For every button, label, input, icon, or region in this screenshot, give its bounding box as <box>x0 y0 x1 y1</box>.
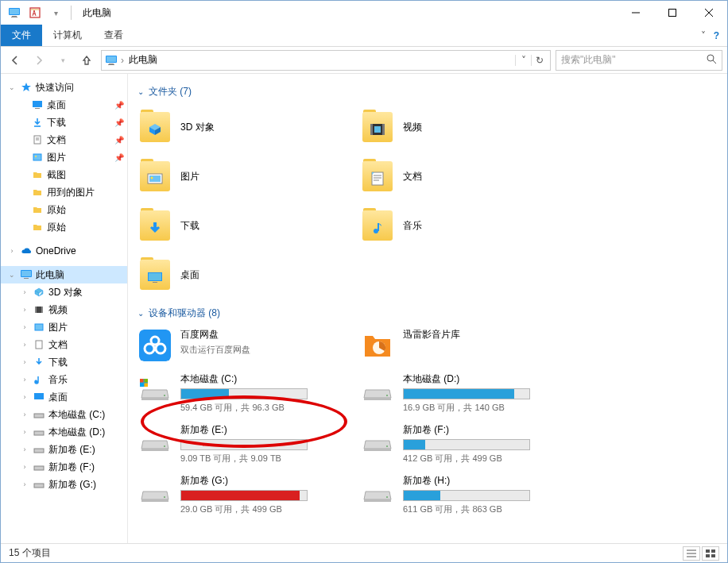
close-button[interactable] <box>691 1 727 25</box>
back-button[interactable] <box>6 51 25 70</box>
svg-point-50 <box>374 229 378 233</box>
view-icons-button[interactable] <box>702 546 719 561</box>
tree-drive-e[interactable]: ›新加卷 (E:) <box>1 441 127 458</box>
address-bar[interactable]: › 此电脑 ˅↻ <box>101 50 551 71</box>
drive-item[interactable]: 新加卷 (H:)611 GB 可用，共 863 GB <box>360 474 567 515</box>
tree-pictures[interactable]: 图片📌 <box>1 148 127 166</box>
drive-free-text: 611 GB 可用，共 863 GB <box>403 503 530 515</box>
desktop-icon <box>33 391 45 403</box>
folder-item[interactable]: 下载 <box>137 205 344 246</box>
cloud-icon <box>20 245 33 257</box>
svg-rect-30 <box>36 341 42 349</box>
svg-rect-25 <box>24 278 29 279</box>
tree-drive-g[interactable]: ›新加卷 (G:) <box>1 476 127 493</box>
music-icon <box>33 373 45 386</box>
up-button[interactable] <box>77 51 96 70</box>
app-icon <box>6 4 23 21</box>
ribbon-expand-icon[interactable]: ˅ <box>701 30 706 41</box>
app-item[interactable]: 百度网盘双击运行百度网盘 <box>137 328 344 363</box>
tree-video[interactable]: ›视频 <box>1 301 127 318</box>
group-drives[interactable]: ⌄ 设备和驱动器 (8) <box>137 307 718 320</box>
tree-raw1[interactable]: 原始 <box>1 201 127 218</box>
expand-icon[interactable]: › <box>7 247 17 255</box>
qat-dropdown-icon[interactable]: ▾ <box>47 4 64 21</box>
separator <box>71 6 72 20</box>
svg-rect-11 <box>109 64 114 64</box>
svg-rect-37 <box>34 484 44 488</box>
tree-drive-c[interactable]: ›本地磁盘 (C:) <box>1 406 127 423</box>
drive-item[interactable]: 新加卷 (E:)9.09 TB 可用，共 9.09 TB <box>137 423 344 465</box>
tree-3d[interactable]: ›3D 对象 <box>1 283 127 301</box>
tree-quick-access[interactable]: ⌄ 快速访问 <box>1 79 127 96</box>
svg-rect-21 <box>33 154 41 160</box>
capacity-bar <box>180 490 308 501</box>
folder-icon <box>137 257 172 292</box>
tree-dls[interactable]: ›下载 <box>1 353 127 371</box>
maximize-button[interactable] <box>654 1 691 25</box>
capacity-bar <box>180 439 308 450</box>
breadcrumb[interactable]: 此电脑 <box>127 52 159 68</box>
window-title: 此电脑 <box>83 6 111 20</box>
group-folders[interactable]: ⌄ 文件夹 (7) <box>137 85 718 98</box>
tree-documents[interactable]: 文档📌 <box>1 131 127 148</box>
folder-item[interactable]: 3D 对象 <box>137 106 344 148</box>
tree-docs[interactable]: ›文档 <box>1 336 127 353</box>
drive-icon <box>137 372 172 407</box>
tree-desk[interactable]: ›桌面 <box>1 388 127 406</box>
folder-item[interactable]: 视频 <box>360 106 567 148</box>
tree-label: 桌面 <box>47 98 111 112</box>
drive-item[interactable]: 本地磁盘 (D:)16.9 GB 可用，共 140 GB <box>360 372 567 414</box>
folder-item[interactable]: 文档 <box>360 156 567 197</box>
drive-item[interactable]: 本地磁盘 (C:)59.4 GB 可用，共 96.3 GB <box>137 372 344 414</box>
collapse-icon[interactable]: ⌄ <box>137 87 144 96</box>
view-details-button[interactable] <box>683 546 700 561</box>
collapse-icon[interactable]: ⌄ <box>137 309 144 318</box>
collapse-icon[interactable]: ⌄ <box>7 83 17 91</box>
help-icon[interactable]: ? <box>714 30 719 41</box>
tree-onedrive[interactable]: ›OneDrive <box>1 242 127 260</box>
tree-label: 音乐 <box>48 373 124 387</box>
search-input[interactable]: 搜索"此电脑" <box>556 50 722 71</box>
tree-drive-f[interactable]: ›新加卷 (F:) <box>1 458 127 476</box>
breadcrumb-sep[interactable]: › <box>121 55 124 66</box>
folder-item[interactable]: 桌面 <box>137 254 344 295</box>
refresh-button[interactable]: ↻ <box>531 55 547 66</box>
drive-free-text: 29.0 GB 可用，共 499 GB <box>180 503 308 515</box>
search-icon[interactable] <box>706 53 717 67</box>
folder-icon <box>31 203 44 216</box>
qat-properties-icon[interactable] <box>26 4 44 21</box>
pin-icon: 📌 <box>114 153 124 162</box>
tree-used-pictures[interactable]: 用到的图片 <box>1 183 127 201</box>
minimize-button[interactable] <box>618 1 654 25</box>
forward-button[interactable] <box>29 51 48 70</box>
address-dropdown[interactable]: ˅ <box>515 55 531 66</box>
app-item[interactable]: 迅雷影音片库 <box>360 328 567 363</box>
drive-icon <box>33 426 45 438</box>
svg-rect-66 <box>364 398 391 400</box>
folder-item[interactable]: 图片 <box>137 156 344 197</box>
drive-item[interactable]: 新加卷 (G:)29.0 GB 可用，共 499 GB <box>137 474 344 515</box>
tree-this-pc[interactable]: ⌄此电脑 <box>1 266 127 283</box>
tree-downloads[interactable]: 下载📌 <box>1 114 127 131</box>
computer-tab[interactable]: 计算机 <box>42 25 93 46</box>
svg-rect-41 <box>374 126 381 133</box>
drive-name: 本地磁盘 (D:) <box>403 372 530 386</box>
collapse-icon[interactable]: ⌄ <box>7 271 17 279</box>
tree-desktop[interactable]: 桌面📌 <box>1 96 127 114</box>
tree-label: 原始 <box>47 203 124 217</box>
recent-dropdown[interactable]: ▾ <box>53 51 72 70</box>
tree-raw2[interactable]: 原始 <box>1 218 127 236</box>
folder-item[interactable]: 音乐 <box>360 205 567 246</box>
picture-icon <box>33 321 45 334</box>
tree-drive-d[interactable]: ›本地磁盘 (D:) <box>1 423 127 441</box>
drive-item[interactable]: 新加卷 (F:)412 GB 可用，共 499 GB <box>360 423 567 465</box>
svg-rect-40 <box>382 124 385 135</box>
file-tab[interactable]: 文件 <box>1 25 42 46</box>
view-tab[interactable]: 查看 <box>93 25 134 46</box>
svg-point-73 <box>164 496 165 498</box>
tree-pics[interactable]: ›图片 <box>1 318 127 336</box>
titlebar: ▾ 此电脑 <box>1 1 727 25</box>
tree-screenshots[interactable]: 截图 <box>1 166 127 183</box>
svg-point-44 <box>151 177 153 179</box>
tree-music[interactable]: ›音乐 <box>1 371 127 388</box>
